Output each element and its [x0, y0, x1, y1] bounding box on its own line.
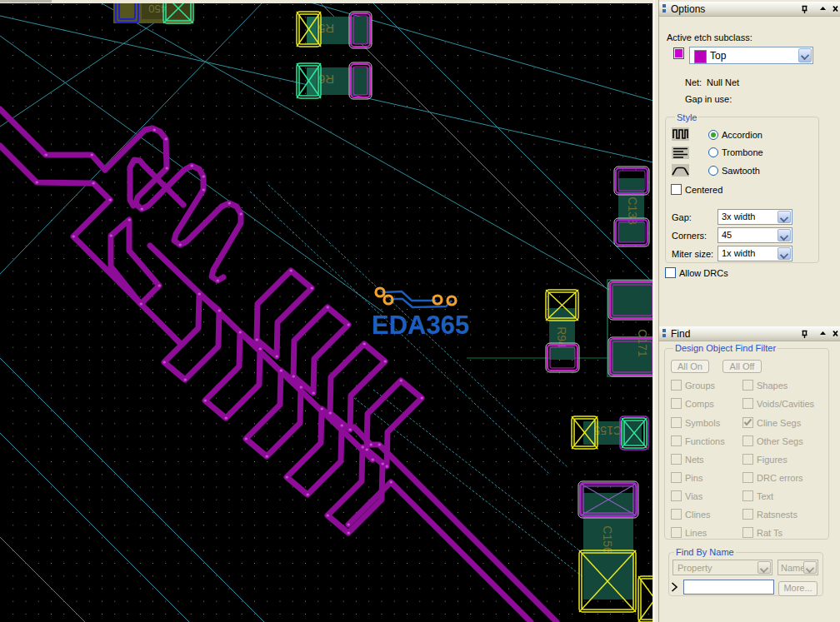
svg-text:C171: C171	[636, 329, 649, 357]
svg-text:EDA365: EDA365	[372, 311, 469, 340]
svg-text:C156: C156	[601, 525, 614, 554]
